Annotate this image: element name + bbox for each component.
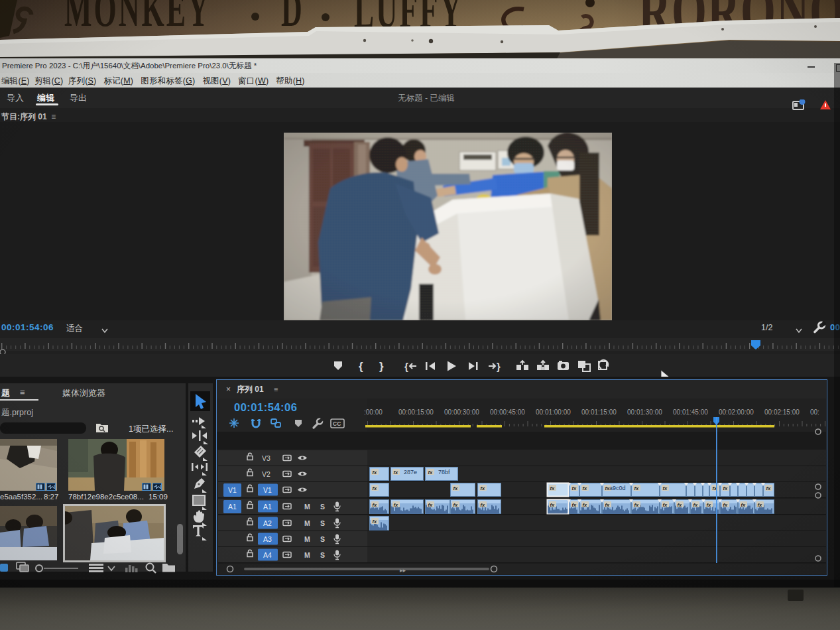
svg-text:M: M <box>304 503 310 511</box>
svg-text:00:00:30:00: 00:00:30:00 <box>444 409 479 416</box>
svg-text:fx: fx <box>693 502 698 508</box>
svg-text:A1: A1 <box>263 503 272 511</box>
svg-text:00:00:45:00: 00:00:45:00 <box>490 409 525 416</box>
svg-text:fx: fx <box>373 502 377 508</box>
svg-text:fx: fx <box>481 502 485 508</box>
svg-text:fx: fx <box>394 470 398 475</box>
svg-text:fx: fx <box>723 485 728 491</box>
svg-text:V1: V1 <box>263 486 272 494</box>
svg-text:CC: CC <box>333 420 341 427</box>
svg-text:fx: fx <box>373 519 377 525</box>
svg-text:00:02:15:00: 00:02:15:00 <box>764 409 800 416</box>
svg-text:S: S <box>320 519 325 527</box>
svg-text:fx: fx <box>758 502 762 508</box>
svg-text:00:02:00:00: 00:02:00:00 <box>719 409 754 416</box>
svg-text:fx: fx <box>583 502 587 508</box>
svg-text:00:01:15:00: 00:01:15:00 <box>581 409 617 416</box>
svg-text:fx: fx <box>723 502 728 508</box>
svg-text:序列 01: 序列 01 <box>236 385 264 394</box>
svg-text:fx: fx <box>741 502 746 508</box>
svg-text:fx: fx <box>572 485 577 491</box>
svg-text:S: S <box>320 535 325 543</box>
svg-text:fx: fx <box>707 502 711 508</box>
svg-text:fx: fx <box>428 470 433 475</box>
svg-text:A3: A3 <box>263 535 272 543</box>
svg-text:▸▸: ▸▸ <box>400 567 406 574</box>
svg-text:fx: fx <box>634 502 639 508</box>
svg-text:{: { <box>404 361 408 372</box>
svg-text:fx: fx <box>550 485 555 491</box>
svg-text:00:01:00:00: 00:01:00:00 <box>536 409 571 416</box>
svg-text:00:00:15:00: 00:00:15:00 <box>398 409 434 416</box>
svg-text:M: M <box>304 551 310 559</box>
svg-text::00:00: :00:00 <box>364 409 383 416</box>
svg-text:A1: A1 <box>228 503 237 511</box>
svg-text:fx: fx <box>394 502 398 508</box>
svg-text:78bf: 78bf <box>438 469 450 475</box>
svg-text:}: } <box>497 361 501 372</box>
svg-text:≡: ≡ <box>274 385 278 393</box>
svg-text:fx: fx <box>572 502 577 508</box>
svg-text:S: S <box>320 503 325 511</box>
svg-text:S: S <box>320 551 325 559</box>
svg-text:}: } <box>379 360 384 373</box>
svg-text:{: { <box>359 360 363 373</box>
svg-text:fx: fx <box>373 485 377 491</box>
svg-text:00:01:30:00: 00:01:30:00 <box>627 409 662 416</box>
svg-text:fx: fx <box>605 502 610 508</box>
svg-text:A4: A4 <box>263 551 272 559</box>
svg-text:fx: fx <box>453 485 458 491</box>
svg-text:fx: fx <box>678 502 682 508</box>
svg-text:×: × <box>226 385 231 394</box>
svg-text:V2: V2 <box>262 470 270 478</box>
svg-text:fx: fx <box>481 485 485 491</box>
svg-text:00:01:54:06: 00:01:54:06 <box>234 401 297 413</box>
svg-text:fx: fx <box>766 485 771 491</box>
svg-text:V3: V3 <box>262 454 270 462</box>
svg-text:fx: fx <box>453 502 458 508</box>
svg-text:A2: A2 <box>263 519 272 527</box>
svg-text:00:: 00: <box>810 409 819 416</box>
svg-text:V1: V1 <box>228 486 237 494</box>
svg-text:287e: 287e <box>404 469 417 475</box>
svg-text:fx: fx <box>373 470 377 475</box>
svg-text:fx: fx <box>428 502 433 508</box>
svg-text:a9c0d: a9c0d <box>609 485 626 491</box>
svg-text:fx: fx <box>663 485 668 491</box>
svg-text:fx: fx <box>663 502 668 508</box>
svg-text:fx: fx <box>634 485 639 491</box>
svg-text:M: M <box>304 535 310 543</box>
svg-text:fx: fx <box>583 485 587 491</box>
svg-text:00:01:45:00: 00:01:45:00 <box>673 409 708 416</box>
svg-text:fx: fx <box>550 502 555 508</box>
svg-text:M: M <box>304 519 310 527</box>
